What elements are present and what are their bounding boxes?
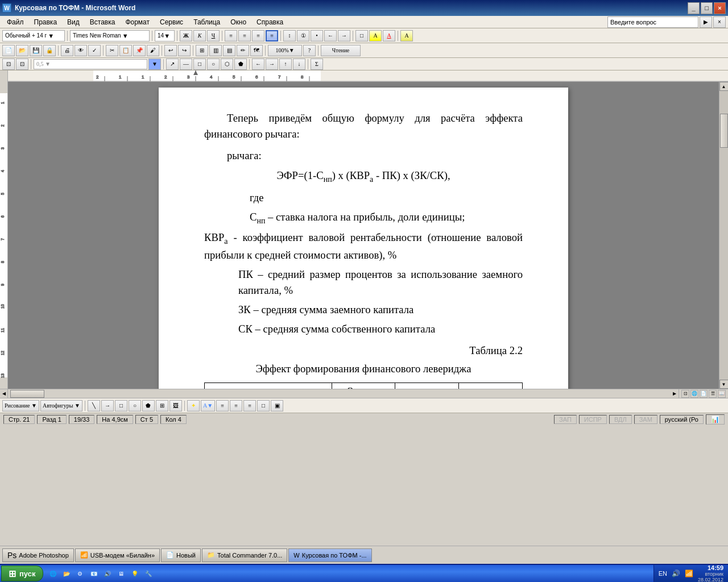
help-question-btn[interactable]: ? xyxy=(303,45,316,56)
menu-table[interactable]: Таблица xyxy=(189,17,225,27)
quicklaunch-4[interactable]: 📧 xyxy=(88,568,100,579)
align-center-btn[interactable]: ≡ xyxy=(238,30,251,41)
save-btn[interactable]: 💾 xyxy=(30,45,42,56)
draw-rect2-btn[interactable]: □ xyxy=(115,400,127,411)
style-dropdown[interactable]: Обычный + 14 г▼ xyxy=(2,30,65,41)
draw-extra2[interactable]: ⬟ xyxy=(234,59,247,70)
scroll-left-btn[interactable]: ◀ xyxy=(0,389,8,398)
align-left-btn[interactable]: ≡ xyxy=(225,30,237,41)
draw-clip-btn[interactable]: 🖼 xyxy=(169,400,182,411)
draw-menu-btn[interactable]: Рисование ▼ xyxy=(2,400,39,411)
print-btn[interactable]: 🖨 xyxy=(61,45,73,56)
size-dropdown[interactable]: 14▼ xyxy=(155,30,175,41)
permission-btn[interactable]: 🔒 xyxy=(43,45,56,56)
indent-right-btn[interactable]: → xyxy=(266,59,278,70)
draw-oval-btn[interactable]: ○ xyxy=(207,59,220,70)
start-button[interactable]: ⊞ пуск xyxy=(1,566,43,581)
quicklaunch-5[interactable]: 🔊 xyxy=(101,568,114,579)
scroll-up-btn[interactable]: ▲ xyxy=(719,82,729,91)
menu-file[interactable]: Файл xyxy=(2,17,28,27)
titlebar-buttons[interactable]: _ □ × xyxy=(688,2,726,14)
quicklaunch-7[interactable]: 💡 xyxy=(129,568,141,579)
draw-rect-btn[interactable]: □ xyxy=(193,59,206,70)
vertical-scrollbar[interactable]: ▲ ▼ xyxy=(719,82,728,389)
draw-color2[interactable]: A▼ xyxy=(201,400,215,411)
border-btn[interactable]: □ xyxy=(355,30,368,41)
draw-align-right[interactable]: ≡ xyxy=(243,400,256,411)
copy-btn[interactable]: 📋 xyxy=(119,45,132,56)
draw-arrow2-btn[interactable]: → xyxy=(101,400,114,411)
minimize-button[interactable]: _ xyxy=(688,2,700,14)
reading-view-btn[interactable]: 📖 xyxy=(718,390,726,398)
ruler-input[interactable]: 0,5 ▼ xyxy=(34,59,147,69)
quicklaunch-2[interactable]: 📂 xyxy=(60,568,73,579)
help-close-btn[interactable]: × xyxy=(713,16,726,28)
menu-window[interactable]: Окно xyxy=(226,17,251,27)
outline-view-btn[interactable]: ☰ xyxy=(709,390,717,398)
menu-view[interactable]: Вид xyxy=(63,17,84,27)
drawing-toggle-btn[interactable]: ✏ xyxy=(237,45,249,56)
docmap-btn[interactable]: 🗺 xyxy=(250,45,263,56)
close-button[interactable]: × xyxy=(714,2,726,14)
align-bottom-btn[interactable]: ↓ xyxy=(293,59,305,70)
spellcheck-btn[interactable]: ✓ xyxy=(88,45,101,56)
draw-arrow-btn[interactable]: ↗ xyxy=(166,59,179,70)
undo-btn[interactable]: ↩ xyxy=(164,45,177,56)
font-dropdown[interactable]: Times New Roman▼ xyxy=(70,30,150,41)
table-insert-btn[interactable]: ⊞ xyxy=(196,45,208,56)
italic-btn[interactable]: К xyxy=(193,30,206,41)
help-input[interactable]: Введите вопрос xyxy=(607,16,698,28)
new-btn[interactable]: 📄 xyxy=(2,45,15,56)
h-scroll-thumb[interactable] xyxy=(10,390,44,398)
align-right-btn[interactable]: ≡ xyxy=(252,30,264,41)
quicklaunch-8[interactable]: 🔧 xyxy=(142,568,155,579)
scroll-down-btn[interactable]: ▼ xyxy=(719,380,729,389)
draw-oval2-btn[interactable]: ○ xyxy=(129,400,141,411)
redo-btn[interactable]: ↪ xyxy=(178,45,191,56)
draw-shape2[interactable]: ▣ xyxy=(271,400,283,411)
paste-btn[interactable]: 📌 xyxy=(133,45,146,56)
taskbar2-word[interactable]: W Курсовая по ТОФМ -... xyxy=(288,548,371,562)
line-spacing-btn[interactable]: ↕ xyxy=(283,30,296,41)
print-view-btn[interactable]: 📄 xyxy=(700,390,708,398)
maximize-button[interactable]: □ xyxy=(701,2,713,14)
format-painter-btn[interactable]: 🖌 xyxy=(147,45,159,56)
numbering-btn[interactable]: ① xyxy=(297,30,309,41)
draw-extra4[interactable]: ⊞ xyxy=(156,400,168,411)
cut-btn[interactable]: ✂ xyxy=(106,45,118,56)
quicklaunch-1[interactable]: 🌐 xyxy=(47,568,59,579)
quicklaunch-6[interactable]: 🖥 xyxy=(115,568,127,579)
align-top-btn[interactable]: ↑ xyxy=(279,59,292,70)
menu-edit[interactable]: Правка xyxy=(30,17,62,27)
draw-color1[interactable]: ✦ xyxy=(187,400,200,411)
increase-indent-btn[interactable]: → xyxy=(338,30,350,41)
extra-btn1[interactable]: ⊡ xyxy=(2,59,15,70)
char-map-btn[interactable]: Σ xyxy=(311,59,323,70)
frames-btn[interactable]: ▤ xyxy=(223,45,235,56)
decrease-indent-btn[interactable]: ← xyxy=(324,30,337,41)
zoom-dropdown[interactable]: 100%▼ xyxy=(268,45,302,56)
draw-extra1[interactable]: ⬡ xyxy=(221,59,233,70)
normal-view-btn[interactable]: ⊡ xyxy=(681,390,689,398)
draw-line-btn[interactable]: — xyxy=(180,59,192,70)
taskbar2-usb[interactable]: 📶 USB-модем «Билайн» xyxy=(75,548,160,562)
underline-btn[interactable]: Ч xyxy=(207,30,220,41)
highlight-btn[interactable]: A xyxy=(400,30,413,41)
scroll-right-btn[interactable]: ▶ xyxy=(671,389,679,398)
draw-line2-btn[interactable]: ╲ xyxy=(88,400,100,411)
taskbar2-new[interactable]: 📄 Новый xyxy=(161,548,201,562)
indent-left-btn[interactable]: ← xyxy=(252,59,264,70)
open-btn[interactable]: 📂 xyxy=(16,45,28,56)
menu-insert[interactable]: Вставка xyxy=(85,17,120,27)
draw-extra3[interactable]: ⬟ xyxy=(142,400,155,411)
help-search-btn[interactable]: ▶ xyxy=(700,16,712,28)
extra-btn2[interactable]: ⊡ xyxy=(16,59,28,70)
scroll-thumb[interactable] xyxy=(720,114,728,148)
font-color-btn[interactable]: A xyxy=(383,30,395,41)
menu-tools[interactable]: Сервис xyxy=(155,17,188,27)
draw-align-left[interactable]: ≡ xyxy=(216,400,229,411)
read-btn[interactable]: Чтение xyxy=(321,45,361,56)
taskbar2-photoshop[interactable]: Ps Adobe Photoshop xyxy=(2,548,74,562)
columns-btn[interactable]: ▥ xyxy=(209,45,222,56)
menu-help[interactable]: Справка xyxy=(252,17,288,27)
